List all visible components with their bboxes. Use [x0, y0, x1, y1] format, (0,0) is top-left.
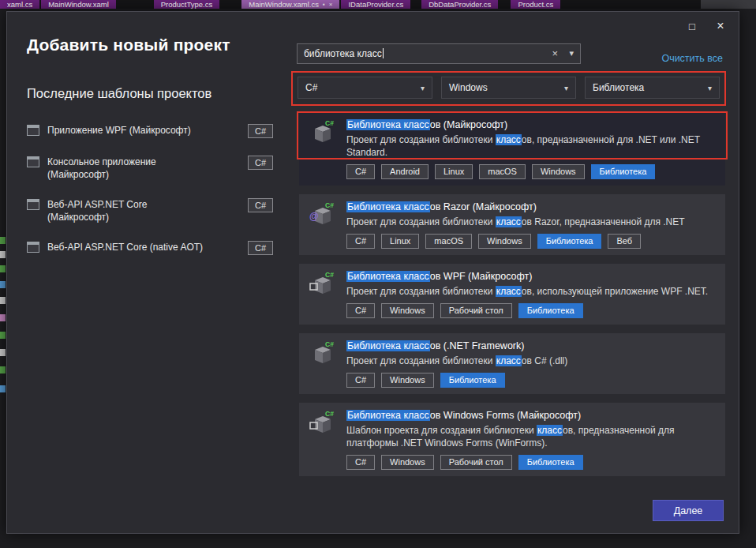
- template-item[interactable]: C#Библиотека классов WPF (Майкрософт)Про…: [299, 264, 725, 325]
- template-content: Библиотека классов Windows Forms (Майкро…: [346, 409, 716, 470]
- web-api-icon: [27, 199, 39, 210]
- pin-icon[interactable]: ▪: [323, 0, 325, 9]
- platform-tag[interactable]: macOS: [479, 164, 526, 179]
- svg-text:C#: C#: [325, 201, 334, 209]
- platform-tag[interactable]: Веб: [608, 234, 641, 249]
- filter-dropdown-language[interactable]: C#▾: [298, 77, 432, 99]
- template-content: Библиотека классов WPF (Майкрософт)Проек…: [346, 270, 716, 318]
- platform-tag[interactable]: Библиотека: [537, 234, 602, 249]
- platform-tag[interactable]: Библиотека: [591, 164, 656, 179]
- console-app-icon: [27, 156, 39, 167]
- description-segment: класс: [537, 425, 563, 436]
- recent-templates-list: Приложение WPF (Майкрософт)C#Консольное …: [27, 124, 273, 255]
- description-segment: класс: [496, 134, 522, 145]
- filter-dropdown-project-type[interactable]: Библиотека▾: [585, 77, 720, 99]
- editor-fragment: [0, 237, 6, 244]
- recent-template-label: Приложение WPF (Майкрософт): [47, 124, 205, 137]
- chevron-down-icon: ▾: [421, 84, 425, 92]
- platform-tag[interactable]: Android: [381, 164, 429, 179]
- template-item[interactable]: C#@Библиотека классов Razor (Майкрософт)…: [299, 194, 725, 255]
- description-segment: ов Razor, предназначенной для .NET: [522, 216, 685, 227]
- filter-label: Библиотека: [593, 82, 644, 93]
- editor-tab[interactable]: MainWindow.xaml.cs▪×: [241, 0, 339, 9]
- netfx-class-library-icon: C#: [309, 340, 337, 368]
- svg-text:C#: C#: [325, 340, 334, 348]
- filter-row: C#▾Windows▾Библиотека▾: [298, 77, 720, 99]
- tab-close-icon[interactable]: ×: [329, 0, 333, 9]
- platform-tag[interactable]: Windows: [381, 303, 434, 318]
- template-item[interactable]: C#Библиотека классов (Майкрософт)Проект …: [299, 112, 725, 186]
- editor-fragment: [0, 332, 6, 339]
- clear-all-link[interactable]: Очистить все: [661, 53, 723, 64]
- language-badge: C#: [248, 156, 273, 170]
- svg-text:C#: C#: [325, 410, 334, 418]
- description-segment: Проект для создания библиотеки: [346, 216, 496, 227]
- description-segment: Проект для создания библиотеки: [346, 355, 496, 366]
- editor-tab[interactable]: IDataProvider.cs: [341, 0, 410, 9]
- platform-tag[interactable]: macOS: [425, 234, 472, 249]
- recent-template-item[interactable]: Консольное приложение (Майкрософт)C#: [27, 156, 273, 181]
- platform-tag[interactable]: Рабочий стол: [440, 455, 512, 470]
- filter-dropdown-platform[interactable]: Windows▾: [441, 77, 576, 99]
- recent-template-item[interactable]: Веб-API ASP.NET Core (Майкрософт)C#: [27, 198, 273, 223]
- platform-tag[interactable]: Windows: [381, 373, 434, 388]
- platform-tag[interactable]: Библиотека: [440, 373, 505, 388]
- maximize-button[interactable]: □: [680, 17, 704, 36]
- recent-templates-heading: Последние шаблоны проектов: [27, 86, 211, 101]
- title-segment: Библиотека класс: [346, 340, 430, 351]
- tab-label: ProductType.cs: [161, 0, 212, 9]
- editor-tab[interactable]: ProductType.cs: [154, 0, 219, 9]
- title-segment: ов Windows Forms (Майкрософт): [430, 410, 581, 421]
- recent-template-label: Веб-API ASP.NET Core (Майкрософт): [47, 198, 205, 223]
- template-item[interactable]: C#Библиотека классов (.NET Framework)Про…: [299, 333, 725, 394]
- template-results-list: C#Библиотека классов (Майкрософт)Проект …: [299, 112, 725, 480]
- tab-label: DbDataProvider.cs: [429, 0, 491, 9]
- platform-tag[interactable]: Windows: [478, 234, 531, 249]
- winforms-class-library-icon: C#: [309, 409, 337, 437]
- template-description: Проект для создания библиотеки классов R…: [346, 216, 711, 228]
- platform-tag[interactable]: Библиотека: [518, 303, 583, 318]
- editor-tab[interactable]: DbDataProvider.cs: [421, 0, 498, 9]
- language-badge: C#: [248, 241, 273, 255]
- template-description: Проект для создания библиотеки классов C…: [346, 355, 711, 367]
- search-clear-icon[interactable]: ×: [552, 47, 558, 59]
- search-input[interactable]: библиотека класс × ▾: [297, 43, 581, 64]
- template-description: Проект для создания библиотеки классов, …: [346, 133, 711, 159]
- wpf-class-library-icon: C#: [309, 270, 337, 298]
- platform-tag[interactable]: Linux: [435, 164, 473, 179]
- platform-tag[interactable]: Библиотека: [518, 455, 583, 470]
- tab-label: Product.cs: [518, 0, 553, 9]
- template-tags: C#WindowsРабочий столБиблиотека: [346, 455, 716, 470]
- editor-fragment: [0, 251, 6, 258]
- editor-tab[interactable]: Product.cs: [511, 0, 560, 9]
- template-title: Библиотека классов WPF (Майкрософт): [346, 270, 716, 283]
- platform-tag[interactable]: C#: [346, 373, 375, 388]
- editor-tab[interactable]: MainWindow.xaml: [41, 0, 116, 9]
- search-dropdown-icon[interactable]: ▾: [569, 48, 574, 58]
- title-segment: Библиотека класс: [346, 271, 430, 282]
- template-tags: C#AndroidLinuxmacOSWindowsБиблиотека: [346, 164, 716, 179]
- recent-template-item[interactable]: Приложение WPF (Майкрософт)C#: [27, 124, 273, 138]
- template-tags: C#WindowsРабочий столБиблиотека: [346, 303, 716, 318]
- template-item[interactable]: C#Библиотека классов Windows Forms (Майк…: [299, 403, 725, 476]
- description-segment: ов C# (.dll): [522, 355, 567, 366]
- platform-tag[interactable]: Рабочий стол: [440, 303, 512, 318]
- close-button[interactable]: ×: [709, 17, 732, 36]
- search-value: библиотека класс: [304, 48, 382, 59]
- recent-template-item[interactable]: Веб-API ASP.NET Core (native AOT)C#: [27, 241, 273, 255]
- template-tags: C#WindowsБиблиотека: [346, 373, 716, 388]
- editor-fragment: [0, 281, 6, 288]
- platform-tag[interactable]: Windows: [381, 455, 434, 470]
- next-button[interactable]: Далее: [653, 500, 724, 521]
- platform-tag[interactable]: C#: [346, 234, 375, 249]
- platform-tag[interactable]: C#: [346, 455, 375, 470]
- platform-tag[interactable]: C#: [346, 164, 375, 179]
- platform-tag[interactable]: Windows: [532, 164, 585, 179]
- description-segment: класс: [496, 355, 522, 366]
- svg-text:C#: C#: [325, 271, 334, 279]
- svg-text:C#: C#: [325, 119, 334, 127]
- chevron-down-icon: ▾: [708, 84, 712, 92]
- platform-tag[interactable]: C#: [346, 303, 375, 318]
- editor-tab[interactable]: xaml.cs: [0, 0, 39, 9]
- platform-tag[interactable]: Linux: [381, 234, 419, 249]
